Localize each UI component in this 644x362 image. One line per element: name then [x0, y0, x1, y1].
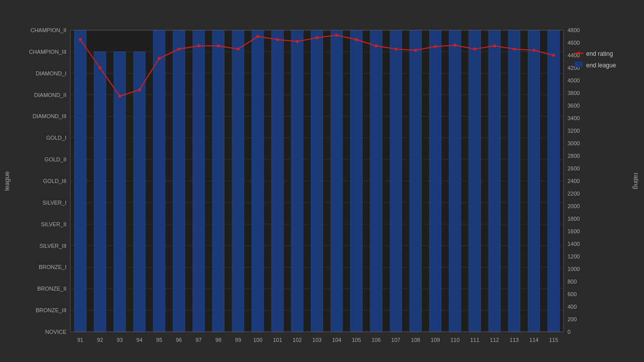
rating-dot-92 — [99, 66, 102, 69]
svg-text:CHAMPION_III: CHAMPION_III — [29, 49, 66, 55]
svg-text:GOLD_III: GOLD_III — [43, 178, 66, 184]
rating-dot-96 — [178, 48, 181, 51]
bar-93 — [114, 52, 126, 332]
svg-text:3800: 3800 — [568, 90, 580, 96]
rating-dot-105 — [355, 38, 358, 41]
svg-text:BRONZE_I: BRONZE_I — [39, 264, 66, 270]
svg-text:NOVICE: NOVICE — [45, 329, 66, 335]
bar-108 — [410, 30, 422, 332]
bar-95 — [153, 30, 166, 332]
svg-text:800: 800 — [568, 279, 577, 285]
svg-text:3000: 3000 — [568, 140, 580, 146]
bar-101 — [272, 30, 284, 332]
x-tick-97: 97 — [196, 337, 202, 343]
bar-112 — [489, 30, 501, 332]
svg-text:1200: 1200 — [568, 253, 580, 259]
x-tick-93: 93 — [117, 337, 123, 343]
svg-text:SILVER_II: SILVER_II — [41, 221, 66, 227]
rating-dot-109 — [434, 45, 437, 48]
svg-text:200: 200 — [568, 316, 577, 322]
svg-text:1000: 1000 — [568, 266, 580, 272]
svg-text:3600: 3600 — [568, 103, 580, 109]
y-left-axis-label: league — [3, 171, 11, 191]
rating-dot-100 — [256, 35, 259, 38]
bar-115 — [548, 30, 560, 332]
bar-107 — [390, 30, 402, 332]
svg-text:BRONZE_II: BRONZE_II — [37, 286, 66, 292]
svg-text:GOLD_I: GOLD_I — [46, 135, 66, 141]
rating-dot-103 — [315, 36, 318, 39]
x-tick-109: 109 — [431, 337, 440, 343]
svg-text:DIAMOND_II: DIAMOND_II — [34, 92, 66, 98]
x-tick-95: 95 — [156, 337, 162, 343]
rating-dot-91 — [79, 38, 82, 41]
svg-text:2800: 2800 — [568, 153, 580, 159]
bar-92 — [94, 52, 106, 332]
x-tick-102: 102 — [293, 337, 302, 343]
rating-dot-102 — [296, 40, 299, 43]
rating-dot-115 — [552, 54, 555, 57]
rating-dot-106 — [375, 44, 378, 47]
legend-rating-label: end rating — [586, 50, 613, 57]
x-tick-101: 101 — [273, 337, 282, 343]
x-tick-104: 104 — [332, 337, 341, 343]
x-tick-108: 108 — [411, 337, 420, 343]
rating-dot-111 — [473, 48, 476, 51]
svg-text:1600: 1600 — [568, 228, 580, 234]
svg-text:CHAMPION_II: CHAMPION_II — [30, 27, 66, 33]
rating-dot-112 — [493, 44, 496, 47]
svg-text:DIAMOND_III: DIAMOND_III — [33, 113, 66, 119]
bar-109 — [429, 30, 441, 332]
bar-110 — [449, 30, 461, 332]
bar-98 — [212, 30, 224, 332]
legend-league-label: end league — [586, 62, 616, 69]
rating-dot-113 — [513, 48, 516, 51]
x-tick-96: 96 — [176, 337, 182, 343]
x-tick-103: 103 — [312, 337, 321, 343]
svg-text:0: 0 — [568, 329, 571, 335]
svg-text:2600: 2600 — [568, 165, 580, 171]
x-tick-113: 113 — [510, 337, 519, 343]
x-tick-100: 100 — [253, 337, 262, 343]
rating-dot-97 — [197, 44, 200, 47]
rating-dot-110 — [453, 44, 456, 47]
x-tick-94: 94 — [136, 337, 142, 343]
svg-text:2000: 2000 — [568, 203, 580, 209]
rating-dot-114 — [532, 49, 535, 52]
x-tick-112: 112 — [490, 337, 499, 343]
svg-text:1400: 1400 — [568, 241, 580, 247]
chart-container: NOVICEBRONZE_IIIBRONZE_IIBRONZE_ISILVER_… — [0, 0, 644, 362]
rating-dot-98 — [217, 44, 220, 47]
rating-dot-99 — [236, 48, 239, 51]
x-tick-99: 99 — [235, 337, 241, 343]
svg-text:3400: 3400 — [568, 115, 580, 121]
x-tick-110: 110 — [450, 337, 459, 343]
x-tick-92: 92 — [97, 337, 103, 343]
rating-dot-95 — [157, 57, 160, 60]
x-tick-105: 105 — [352, 337, 361, 343]
svg-text:BRONZE_III: BRONZE_III — [36, 307, 66, 313]
bar-100 — [252, 30, 264, 332]
svg-text:1800: 1800 — [568, 216, 580, 222]
bar-97 — [193, 30, 205, 332]
legend-rating-dot — [577, 52, 580, 55]
svg-text:400: 400 — [568, 304, 577, 310]
legend-league-bar — [575, 61, 583, 67]
svg-text:3200: 3200 — [568, 128, 580, 134]
x-tick-115: 115 — [549, 337, 558, 343]
bar-99 — [232, 30, 244, 332]
x-tick-106: 106 — [371, 337, 380, 343]
bar-102 — [291, 30, 303, 332]
svg-text:4000: 4000 — [568, 77, 580, 83]
svg-text:2200: 2200 — [568, 191, 580, 197]
y-right-axis-label: rating — [632, 173, 640, 190]
rating-dot-104 — [335, 34, 338, 37]
bar-105 — [351, 30, 363, 332]
svg-text:2400: 2400 — [568, 178, 580, 184]
x-tick-91: 91 — [77, 337, 83, 343]
main-chart: NOVICEBRONZE_IIIBRONZE_IIBRONZE_ISILVER_… — [0, 0, 644, 362]
bar-106 — [370, 30, 382, 332]
svg-text:SILVER_I: SILVER_I — [43, 200, 67, 206]
x-tick-107: 107 — [391, 337, 400, 343]
rating-dot-101 — [276, 38, 279, 41]
